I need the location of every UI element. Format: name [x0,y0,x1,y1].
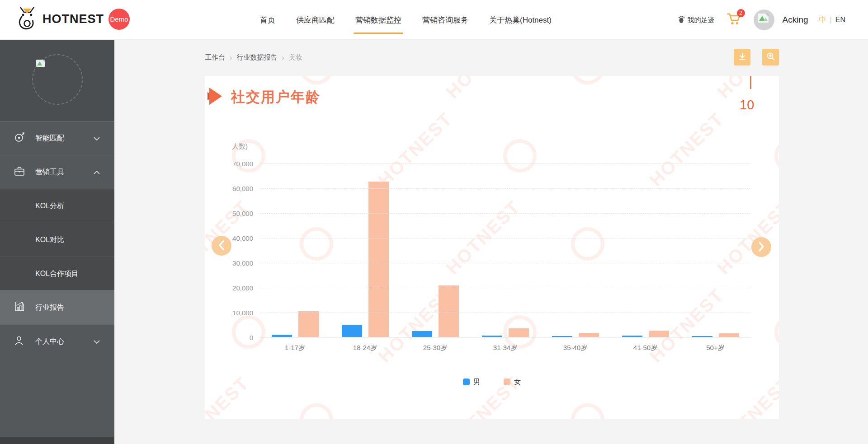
gridline [260,213,750,214]
sidebar-item-personal-center[interactable]: 个人中心 [0,324,114,358]
gridline [260,164,750,164]
y-tick-label: 40,000 [232,234,253,242]
chevron-right-icon [757,241,765,253]
y-tick-label: 60,000 [232,185,253,192]
pagination-total: 10 [740,98,754,112]
bar-女-35-40岁 [579,333,599,337]
lang-zh-button[interactable]: 中 [819,15,826,25]
category-label: 35-40岁 [540,344,610,352]
sidebar-item-industry-reports[interactable]: 行业报告 [0,290,114,324]
download-button[interactable] [734,49,750,65]
broken-image-icon [758,14,769,23]
my-footprints-link[interactable]: 我的足迹 [678,15,715,25]
legend-swatch [463,379,470,385]
category-label: 18-24岁 [330,344,400,352]
sidebar-item-label: KOL对比 [35,235,64,245]
header-right: 我的足迹 2 Acking 中 | EN [678,0,845,40]
cart-icon [726,19,741,27]
chevron-down-icon [94,337,100,346]
legend-item-男[interactable]: 男 [463,378,480,386]
demo-badge: Demo [108,9,130,30]
bar-group [260,164,330,337]
bar-女-1-17岁 [298,311,319,337]
sidebar-item-label: 个人中心 [35,337,64,346]
download-icon [738,52,747,62]
category-label: 31-34岁 [470,344,540,352]
sidebar-item-label: 营销工具 [35,168,64,177]
gridline [260,238,750,238]
plot-area [260,164,750,337]
watermark-tile [293,397,340,419]
brand-name: HOTNEST [42,12,104,26]
target-icon [14,132,25,145]
username[interactable]: Acking [783,15,808,25]
language-switcher: 中 | EN [819,15,845,25]
bar-group [400,164,470,337]
y-tick-label: 50,000 [232,210,253,217]
breadcrumb-current-beauty: 美妆 [289,53,302,62]
zoom-in-button[interactable] [762,49,779,65]
chevron-up-icon [94,168,100,176]
nav-item-consulting[interactable]: 营销咨询服务 [422,0,468,40]
bar-chart-icon [14,301,25,314]
chevron-left-icon [217,240,226,252]
bar-女-18-24岁 [368,182,389,337]
user-icon [14,336,24,347]
bar-group [610,164,680,337]
bar-group [330,164,400,337]
sidebar-image-placeholder [0,40,114,121]
cart-button[interactable]: 2 [726,12,741,28]
sidebar-item-smart-match[interactable]: 智能匹配 [0,121,114,155]
bar-男-31-34岁 [482,336,502,337]
sidebar-item-kol-projects[interactable]: KOL合作项目 [0,257,114,290]
card-title-row: 社交用户年龄 [207,87,321,107]
nav-item-about[interactable]: 关于热巢(Hotnest) [489,0,552,40]
title-arrow-icon [207,87,224,107]
zoom-in-icon [766,52,775,62]
sidebar-item-label: 智能匹配 [35,134,64,143]
bar-女-50+岁 [719,333,739,337]
gridline [260,263,750,263]
y-tick-label: 20,000 [232,284,253,292]
bar-group [680,164,750,337]
sidebar-footer-strip [0,437,114,444]
chevron-down-icon [94,134,100,142]
lang-divider: | [830,16,832,24]
watermark-tile: HOTNEST [442,76,524,102]
sidebar: 智能匹配 营销工具 KOL分析 KOL对比 KOL合作项目 [0,40,114,444]
bar-男-25-30岁 [412,331,432,337]
bar-女-31-34岁 [509,328,529,337]
breadcrumb-workbench[interactable]: 工作台 [205,53,225,62]
card-toolbar [734,49,779,65]
sidebar-item-label: KOL分析 [35,201,64,211]
sidebar-item-kol-compare[interactable]: KOL对比 [0,223,114,257]
category-labels: 1-17岁18-24岁25-30岁31-34岁35-40岁41-50岁50+岁 [260,344,750,352]
carousel-prev-button[interactable] [212,236,231,256]
nav-item-marketing-data[interactable]: 营销数据监控 [355,0,401,40]
cart-count-badge: 2 [737,9,745,17]
gridline [260,188,750,189]
bar-男-35-40岁 [552,336,572,337]
y-tick-label: 10,000 [232,309,253,317]
avatar[interactable] [754,9,774,30]
gridline [260,288,750,288]
sidebar-item-kol-analysis[interactable]: KOL分析 [0,189,114,223]
bar-男-50+岁 [692,336,712,337]
watermark-tile [768,308,779,356]
sidebar-item-label: KOL合作项目 [35,269,79,279]
lang-en-button[interactable]: EN [835,16,845,24]
nav-item-supplier-match[interactable]: 供应商匹配 [296,0,335,40]
sidebar-item-marketing-tools[interactable]: 营销工具 [0,155,114,189]
gridline [260,313,750,313]
my-footprints-label: 我的足迹 [688,16,715,24]
breadcrumb-industry-data-report[interactable]: 行业数据报告 [236,53,277,62]
chart-legend: 男女 [205,378,779,386]
briefcase-icon [14,166,25,178]
main-content: 工作台 › 行业数据报告 › 美妆 HOTNESTHOTNESTHOTNESTH… [114,40,868,444]
chart-card: HOTNESTHOTNESTHOTNESTHOTNESTHOTNESTHOTNE… [205,76,779,419]
brand-logo[interactable]: HOTNEST Demo [17,6,130,32]
carousel-next-button[interactable] [751,237,771,257]
watermark-tile [564,76,612,91]
nav-item-home[interactable]: 首页 [260,0,275,40]
legend-item-女[interactable]: 女 [504,378,521,386]
